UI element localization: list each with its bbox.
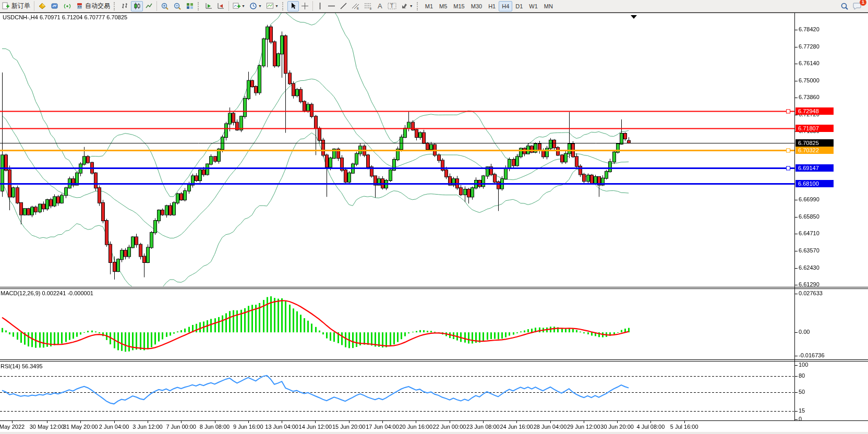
timeframe-m5-button[interactable]: M5 bbox=[436, 1, 450, 11]
periods-button[interactable]: ▼ bbox=[247, 1, 264, 11]
autotrading-button[interactable]: 自动交易 bbox=[74, 1, 112, 11]
search-button[interactable] bbox=[838, 1, 851, 11]
time-axis-label: 9 Jun 16:00 bbox=[233, 424, 263, 430]
clock-icon bbox=[249, 2, 257, 10]
new-order-button[interactable]: 新订单 bbox=[0, 1, 32, 11]
time-axis-label: 4 Jul 08:00 bbox=[636, 424, 665, 430]
price-axis-tick: 6.61290 bbox=[799, 281, 819, 287]
timeframe-m15-button[interactable]: M15 bbox=[450, 1, 467, 11]
arrows-tool-button[interactable]: ▼ bbox=[399, 1, 415, 11]
macd-axis-tick: 0.00 bbox=[799, 329, 810, 335]
rsi-axis-tick: 100 bbox=[799, 361, 808, 368]
rsi-axis-tick: 0 bbox=[799, 416, 802, 422]
templates-button[interactable]: ▼ bbox=[264, 1, 281, 11]
zoom-in-icon bbox=[161, 2, 169, 10]
chevron-down-icon: ▼ bbox=[258, 4, 262, 8]
time-axis-label: 13 Jun 04:00 bbox=[265, 424, 298, 430]
timeframe-h1-button[interactable]: H1 bbox=[485, 1, 499, 11]
horizontal-line-tool-button[interactable] bbox=[326, 1, 337, 11]
signal-button[interactable] bbox=[61, 1, 74, 11]
trendline-tool-button[interactable] bbox=[337, 1, 349, 11]
crosshair-tool-button[interactable] bbox=[299, 1, 311, 11]
svg-text:T: T bbox=[390, 3, 393, 9]
fibonacci-tool-button[interactable]: F bbox=[362, 1, 375, 11]
signal-waves-icon bbox=[63, 2, 71, 10]
time-axis-label: 8 Jun 08:00 bbox=[200, 424, 230, 430]
time-axis-label: 5 Jul 16:00 bbox=[670, 424, 698, 430]
time-axis-label: May 2022 bbox=[0, 424, 25, 430]
price-axis-tick: 6.62430 bbox=[799, 264, 819, 271]
time-axis-label: 31 May 20:00 bbox=[63, 424, 98, 430]
hline-price-badge: 6.71807 bbox=[795, 125, 834, 132]
hline-price-badge: 6.69147 bbox=[795, 164, 834, 172]
blue-quotes-icon bbox=[51, 2, 59, 10]
text-label-tool-button[interactable]: T bbox=[385, 1, 399, 11]
vertical-line-tool-button[interactable] bbox=[315, 1, 326, 11]
time-axis-label: 20 Jun 16:00 bbox=[399, 424, 432, 430]
price-axis-tick: 6.65850 bbox=[799, 213, 819, 220]
timeframe-m30-button[interactable]: M30 bbox=[468, 1, 485, 11]
timeframe-mn-button[interactable]: MN bbox=[541, 1, 556, 11]
text-tool-button[interactable]: A bbox=[375, 1, 385, 11]
arrows-shapes-icon bbox=[401, 2, 408, 10]
hline-price-badge: 6.72948 bbox=[795, 107, 834, 115]
document-plus-icon bbox=[2, 2, 10, 10]
text-icon: A bbox=[378, 2, 382, 10]
line-chart-button[interactable] bbox=[143, 1, 155, 11]
zoom-in-button[interactable] bbox=[159, 1, 171, 11]
chart-shift-button[interactable] bbox=[215, 1, 227, 11]
horizontal-line-icon bbox=[328, 2, 335, 10]
search-icon bbox=[840, 2, 849, 10]
candlestick-chart-button[interactable] bbox=[131, 1, 143, 11]
chart-canvas[interactable] bbox=[0, 0, 868, 434]
macd-axis-tick: -0.016736 bbox=[799, 352, 825, 358]
timeframe-h4-button[interactable]: H4 bbox=[499, 1, 512, 11]
svg-text:F: F bbox=[370, 7, 372, 10]
price-axis-tick: 6.78420 bbox=[799, 26, 819, 32]
price-axis-tick: 6.76140 bbox=[799, 60, 819, 66]
time-axis-label: 24 Jun 16:00 bbox=[500, 424, 533, 430]
autotrading-label: 自动交易 bbox=[85, 2, 110, 10]
rsi-axis-tick: 50 bbox=[799, 389, 805, 395]
zoom-out-icon bbox=[173, 2, 182, 10]
current-price-badge: 6.70825 bbox=[795, 139, 834, 147]
auto-scroll-button[interactable] bbox=[203, 1, 215, 11]
macd-axis-tick: 0.027633 bbox=[799, 290, 823, 296]
time-axis-label: 15 Jun 20:00 bbox=[332, 424, 366, 430]
mt4-window: 新订单 自动交易 bbox=[0, 0, 868, 434]
equidistant-channel-icon: E bbox=[352, 2, 360, 10]
macd-indicator-label: MACD(12,26,9) 0.002241 -0.000001 bbox=[1, 290, 93, 296]
timeframe-w1-button[interactable]: W1 bbox=[526, 1, 541, 11]
price-axis-tick: 6.73860 bbox=[799, 94, 819, 100]
cursor-tool-button[interactable] bbox=[287, 1, 299, 11]
notifications-button[interactable]: 1 bbox=[851, 1, 864, 11]
timeframe-m1-button[interactable]: M1 bbox=[422, 1, 436, 11]
main-toolbar: 新订单 自动交易 bbox=[0, 0, 868, 13]
bar-chart-button[interactable] bbox=[119, 1, 131, 11]
timeframe-d1-button[interactable]: D1 bbox=[512, 1, 526, 11]
time-axis-label: 23 Jun 08:00 bbox=[466, 424, 500, 430]
time-axis-label: 30 May 12:00 bbox=[30, 424, 65, 430]
chevron-down-icon: ▼ bbox=[275, 4, 279, 8]
hline-price-badge: 6.68100 bbox=[795, 180, 834, 187]
time-axis-label: 14 Jun 12:00 bbox=[299, 424, 332, 430]
chevron-down-icon: ▼ bbox=[242, 4, 245, 8]
zoom-out-button[interactable] bbox=[171, 1, 184, 11]
charts-button[interactable] bbox=[36, 1, 49, 11]
tile-windows-button[interactable] bbox=[184, 1, 196, 11]
time-axis-label: 17 Jun 04:00 bbox=[366, 424, 399, 430]
price-axis-tick: 6.64710 bbox=[799, 230, 819, 236]
time-axis-label: 22 Jun 00:00 bbox=[433, 424, 466, 430]
market-watch-button[interactable] bbox=[49, 1, 61, 11]
crosshair-icon bbox=[301, 2, 309, 10]
fibonacci-icon: F bbox=[364, 2, 372, 10]
price-axis-tick: 6.77280 bbox=[799, 43, 819, 50]
bar-chart-icon bbox=[121, 2, 129, 10]
channel-tool-button[interactable]: E bbox=[349, 1, 362, 11]
rsi-indicator-label: RSI(14) 56.3495 bbox=[1, 363, 43, 369]
price-axis-tick: 6.63570 bbox=[799, 247, 819, 254]
rsi-axis-tick: 15 bbox=[799, 407, 805, 414]
indicators-button[interactable]: ▼ bbox=[231, 1, 247, 11]
chevron-down-icon: ▼ bbox=[409, 4, 413, 8]
time-axis-label: 3 Jun 12:00 bbox=[132, 424, 163, 430]
